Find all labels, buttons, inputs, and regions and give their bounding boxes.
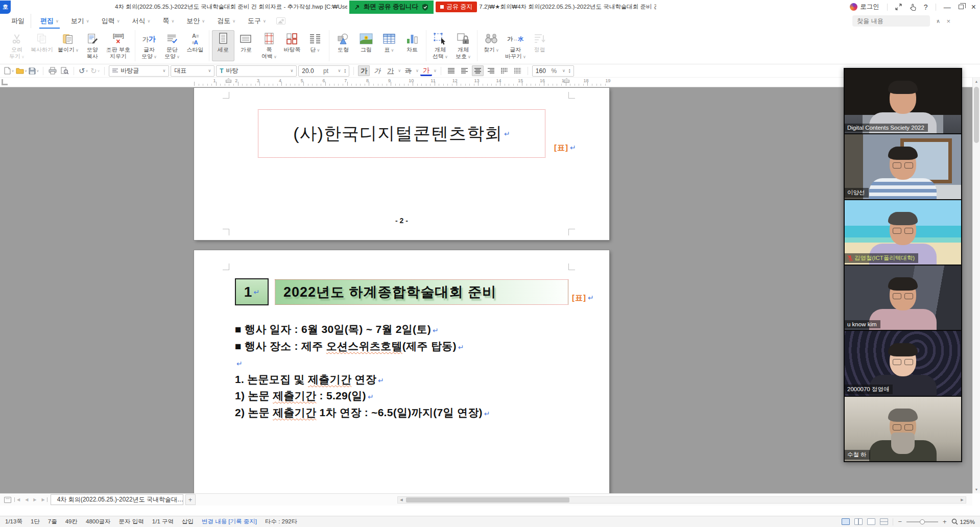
- document-workspace[interactable]: (사)한국디지털콘텐츠학회 ↵ [표]↵ - 2 - 1 ↵ 2022년도 하계…: [0, 87, 972, 493]
- participant-video-1[interactable]: Digital Contents Society 2022: [845, 69, 961, 134]
- menu-review[interactable]: 검토∨: [211, 14, 242, 28]
- participant-video-3[interactable]: 김영철(ICT폴리텍대학): [845, 200, 961, 266]
- left-margin-marker[interactable]: [226, 78, 231, 83]
- page-margins-button[interactable]: 쪽여백∨: [258, 30, 280, 61]
- document-tab[interactable]: 4차 회의(2022.05.25.)-2022년도 국내학술대…: [51, 494, 183, 505]
- size-spinner[interactable]: ▴▾: [344, 68, 346, 74]
- menu-input[interactable]: 입력∨: [95, 14, 126, 28]
- video-conference-panel[interactable]: Digital Contents Society 2022이양선김영철(ICT폴…: [844, 68, 962, 462]
- restore-button[interactable]: [959, 5, 964, 9]
- picture-button[interactable]: 그림: [355, 30, 377, 61]
- line-spacing-combo[interactable]: 160 % ∨ ▴▾: [532, 65, 574, 77]
- document-page-3[interactable]: 1 ↵ 2022년도 하계종합학술대회 준비 [표]↵ ■ 행사 일자 : 6월…: [194, 250, 609, 493]
- undo-button[interactable]: ↺∨: [78, 65, 88, 76]
- section-title-cell[interactable]: 2022년도 하계종합학술대회 준비: [275, 279, 568, 305]
- style-button[interactable]: A≡≡A스타일: [184, 30, 206, 61]
- last-tab-button[interactable]: ▶: [39, 497, 47, 502]
- menu-format[interactable]: 서식∨: [126, 14, 157, 28]
- preset-combo[interactable]: 대표∨: [171, 65, 214, 77]
- object-protect-button[interactable]: 개체보호∨: [452, 30, 474, 61]
- zoom-slider[interactable]: [906, 521, 938, 522]
- shapes-button[interactable]: 도형: [332, 30, 354, 61]
- document-text-line[interactable]: 1) 논문 제출기간 : 5.29(일)↵: [235, 388, 594, 405]
- previous-tab-button[interactable]: ◀: [23, 497, 30, 502]
- align-divide-button[interactable]: [512, 65, 523, 76]
- stop-share-button[interactable]: 공유 중지: [436, 2, 477, 12]
- menu-view[interactable]: 보기∨: [65, 14, 95, 28]
- paragraph-style-combo[interactable]: 바탕글∨: [109, 65, 169, 77]
- find-previous-button[interactable]: ∧: [936, 18, 940, 25]
- document-list-icon[interactable]: [4, 497, 11, 503]
- document-text-line[interactable]: ■ 행사 일자 : 6월 30일(목) ~ 7월 2일(토)↵: [235, 322, 594, 339]
- italic-button[interactable]: 가: [371, 65, 383, 76]
- zoom-in-button[interactable]: +: [943, 518, 947, 525]
- find-close-button[interactable]: ×: [946, 17, 950, 25]
- scroll-right-button[interactable]: ▶: [959, 498, 966, 502]
- next-tab-button[interactable]: ▶: [31, 497, 38, 502]
- participant-video-4[interactable]: u know kim: [845, 266, 961, 331]
- print-preview-button[interactable]: [59, 65, 69, 76]
- view-multi-page-button[interactable]: [880, 518, 888, 525]
- scroll-up-button[interactable]: ▲: [973, 78, 980, 85]
- print-button[interactable]: [47, 65, 58, 76]
- zoom-out-button[interactable]: −: [898, 518, 902, 525]
- font-size-combo[interactable]: 20.0 pt ∨ ▴▾: [298, 65, 349, 77]
- fullscreen-icon[interactable]: [895, 4, 902, 10]
- format-copy-button[interactable]: 모양복사: [81, 30, 104, 61]
- vertical-scroll-thumb[interactable]: [974, 87, 979, 143]
- zoom-slider-thumb[interactable]: [920, 519, 925, 524]
- participant-video-6[interactable]: 수철 하: [845, 397, 961, 461]
- title-table-cell[interactable]: (사)한국디지털콘텐츠학회 ↵: [258, 109, 545, 158]
- close-button[interactable]: ×: [971, 3, 976, 11]
- menu-edit[interactable]: 편집∨: [34, 14, 65, 28]
- strikethrough-button[interactable]: 과: [402, 65, 414, 76]
- align-center-button[interactable]: [472, 65, 484, 76]
- table-button[interactable]: 표∨: [378, 30, 400, 61]
- section-number-cell[interactable]: 1 ↵: [235, 278, 269, 305]
- first-tab-button[interactable]: ◀: [14, 497, 22, 502]
- menu-page[interactable]: 쪽∨: [156, 14, 180, 28]
- menu-tools[interactable]: 도구∨: [242, 14, 272, 28]
- horizontal-ruler[interactable]: 12345678910111213141516171819: [0, 78, 972, 87]
- view-page-width-button[interactable]: [867, 518, 875, 525]
- document-text-line[interactable]: ■ 행사 장소 : 제주 오션스위츠호텔(제주 탑동)↵: [235, 339, 594, 355]
- portrait-button[interactable]: 세로: [212, 30, 234, 61]
- redo-button[interactable]: ↻∨: [90, 65, 100, 76]
- menu-security[interactable]: 보안∨: [180, 14, 211, 28]
- track-changes-status[interactable]: 변경 내용 [기록 중지]: [202, 518, 257, 525]
- open-document-button[interactable]: ∨: [16, 65, 27, 76]
- help-button[interactable]: ?: [924, 4, 928, 11]
- save-button[interactable]: ∨: [29, 65, 39, 76]
- font-color-button[interactable]: 가: [420, 66, 432, 76]
- participant-video-2[interactable]: 이양선: [845, 134, 961, 200]
- horizontal-scrollbar[interactable]: ◀ ▶: [397, 496, 966, 504]
- remove-control-marks-button[interactable]: [###]×조판 부호지우기: [104, 30, 132, 61]
- scroll-down-button[interactable]: ▼: [973, 486, 980, 493]
- chevron-down-icon[interactable]: ∨: [434, 68, 437, 73]
- login-button[interactable]: 로그인: [850, 3, 879, 11]
- paste-button[interactable]: 붙이기∨: [56, 30, 81, 61]
- vertical-scrollbar[interactable]: ▲ ▼: [972, 78, 980, 493]
- document-text-line[interactable]: 2) 논문 제출기간 1차 연장 : ~6.5(일)까지(7일 연장)↵: [235, 405, 594, 422]
- master-page-button[interactable]: 바탕쪽: [281, 30, 303, 61]
- object-select-button[interactable]: 개체선택∨: [429, 30, 451, 61]
- spacing-spinner[interactable]: ▴▾: [569, 68, 570, 74]
- landscape-button[interactable]: 가로: [235, 30, 257, 61]
- align-justify-button[interactable]: [445, 65, 457, 76]
- scroll-left-button[interactable]: ◀: [398, 498, 405, 502]
- columns-button[interactable]: 단∨: [304, 30, 326, 61]
- participant-video-5[interactable]: 2000070 정영애: [845, 331, 961, 396]
- horizontal-scroll-thumb[interactable]: [406, 497, 569, 502]
- font-combo[interactable]: T 바탕∨: [216, 65, 297, 77]
- chevron-down-icon[interactable]: ∨: [416, 68, 419, 73]
- char-shape-button[interactable]: 가가글자모양∨: [138, 30, 160, 61]
- view-facing-pages-button[interactable]: [854, 518, 863, 525]
- new-document-button[interactable]: ∨: [4, 65, 14, 76]
- add-tab-button[interactable]: +: [185, 494, 196, 505]
- bold-button[interactable]: 가: [358, 65, 370, 76]
- menu-file[interactable]: 파일: [5, 14, 31, 28]
- replace-button[interactable]: 가↔水글자바꾸기∨: [503, 30, 528, 61]
- para-shape-button[interactable]: 문단모양∨: [161, 30, 183, 61]
- align-distribute-button[interactable]: [498, 65, 510, 76]
- align-right-button[interactable]: [485, 65, 497, 76]
